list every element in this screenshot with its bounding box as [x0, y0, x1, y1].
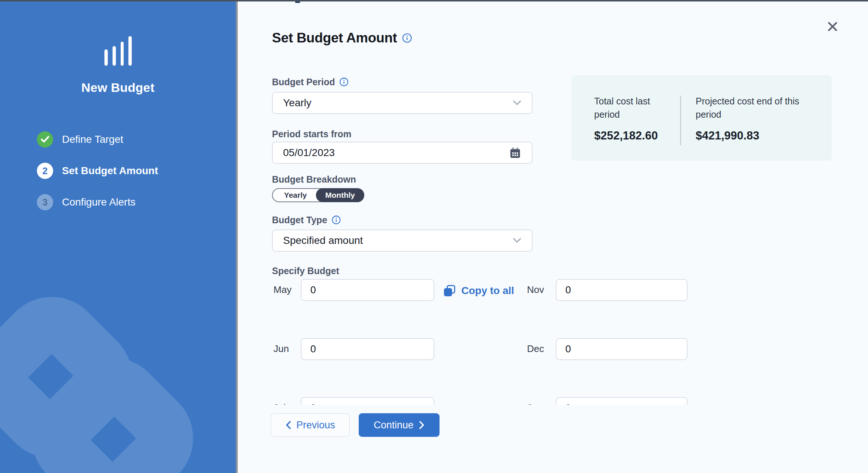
month-amount-input[interactable]	[556, 338, 688, 360]
projected-cost-value: $421,990.83	[696, 129, 814, 142]
toggle-option-yearly[interactable]: Yearly	[273, 189, 318, 201]
copy-to-all-label: Copy to all	[461, 285, 514, 297]
chevron-left-icon	[285, 421, 291, 429]
wizard-sidebar: New Budget Define Target 2 Set Budget Am…	[0, 0, 236, 473]
wizard-steps: Define Target 2 Set Budget Amount 3 Conf…	[37, 131, 158, 225]
close-icon[interactable]	[824, 18, 841, 35]
set-budget-amount-panel: Set Budget Amount Budget Period Yearly P…	[238, 1, 868, 473]
budget-period-label: Budget Period	[272, 77, 335, 87]
step-number-badge: 2	[37, 163, 53, 179]
month-amount-input[interactable]	[301, 338, 434, 360]
budget-breakdown-toggle[interactable]: Yearly Monthly	[272, 188, 364, 202]
step-label: Configure Alerts	[62, 196, 135, 208]
chevron-down-icon	[513, 238, 521, 244]
month-label: Nov	[527, 284, 544, 296]
budget-period-value: Yearly	[283, 97, 513, 109]
chevron-right-icon	[419, 421, 425, 429]
budget-type-value: Specified amount	[283, 235, 513, 246]
bar-chart-logo-icon	[104, 36, 132, 66]
period-starts-label: Period starts from	[272, 129, 351, 139]
month-label: May	[273, 284, 292, 296]
step-label: Set Budget Amount	[62, 165, 158, 177]
step-configure-alerts[interactable]: 3 Configure Alerts	[37, 194, 158, 210]
months-grid: Copy to all May Jun Jul Aug Sep	[238, 279, 868, 405]
chevron-down-icon	[513, 100, 521, 106]
budget-type-info-icon[interactable]	[332, 215, 341, 225]
budget-period-select[interactable]: Yearly	[272, 92, 533, 114]
projected-cost-label: Projected cost end of this period	[696, 94, 814, 121]
month-amount-input[interactable]	[301, 397, 434, 405]
total-cost-last-period-label: Total cost last period	[594, 94, 677, 121]
month-label: Jan	[527, 402, 542, 405]
month-label: Jun	[273, 343, 289, 355]
month-label: Jul	[273, 402, 286, 405]
continue-button[interactable]: Continue	[359, 413, 440, 437]
copy-icon	[443, 284, 456, 297]
budget-type-label: Budget Type	[272, 215, 327, 225]
month-amount-input[interactable]	[301, 279, 434, 301]
previous-button[interactable]: Previous	[271, 413, 350, 437]
period-starts-value: 05/01/2023	[283, 147, 509, 159]
panel-divider	[236, 0, 238, 473]
step-label: Define Target	[62, 134, 123, 145]
specify-budget-label: Specify Budget	[272, 266, 339, 276]
step-number-badge: 3	[37, 194, 53, 210]
window-top-edge	[0, 0, 868, 1]
continue-label: Continue	[373, 420, 413, 431]
summary-divider	[680, 96, 681, 145]
budget-type-select[interactable]: Specified amount	[272, 229, 533, 252]
cost-summary-card: Total cost last period $252,182.60 Proje…	[571, 75, 832, 161]
budget-period-info-icon[interactable]	[340, 77, 349, 87]
previous-label: Previous	[296, 420, 335, 431]
period-starts-date-input[interactable]: 05/01/2023	[272, 142, 533, 164]
calendar-icon	[509, 146, 521, 159]
page-title-info-icon[interactable]	[402, 33, 412, 43]
brand-watermark	[0, 0, 236, 473]
month-amount-input[interactable]	[556, 279, 688, 301]
total-cost-last-period-value: $252,182.60	[594, 129, 677, 142]
page-title: Set Budget Amount	[272, 30, 397, 46]
step-define-target[interactable]: Define Target	[37, 131, 158, 148]
month-amount-input[interactable]	[556, 397, 688, 405]
month-label: Dec	[527, 343, 544, 355]
toggle-option-monthly[interactable]: Monthly	[316, 188, 364, 202]
step-set-budget-amount[interactable]: 2 Set Budget Amount	[37, 163, 158, 179]
step-complete-check-icon	[37, 131, 53, 148]
copy-to-all-button[interactable]: Copy to all	[443, 284, 514, 297]
wizard-title: New Budget	[0, 80, 236, 95]
budget-breakdown-label: Budget Breakdown	[272, 174, 356, 185]
